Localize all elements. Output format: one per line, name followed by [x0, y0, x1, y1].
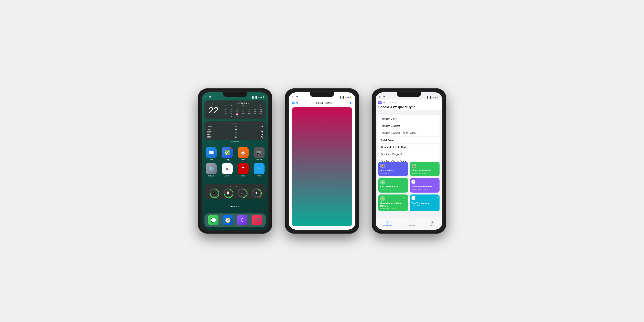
calendar-left: TUE 22 — [206, 102, 221, 118]
phone2-screen: 11:28 ▐▐▐ WiFi 🔋 Done #C60D54 , #0CAA97 … — [289, 92, 355, 230]
neato-icon-1: N — [412, 180, 416, 184]
slack-icon[interactable]: # — [222, 163, 233, 174]
weather-row-5: 8 PM🌤71° — [207, 136, 264, 138]
share-button[interactable]: ⬆ — [349, 101, 352, 105]
dock-music[interactable]: 🎵 — [252, 215, 262, 226]
sc-sub-show-deliveries: Show my deliveries — [412, 172, 438, 174]
weather-row-1: 12 PM🌤70° — [207, 125, 264, 128]
sc-menu-video[interactable]: ··· — [404, 180, 406, 182]
sc-menu-run-vacuum[interactable]: ··· — [436, 196, 438, 199]
shortcuts-grid: 📦 Add a delivery Add a delivery ··· 📦 Sh… — [378, 162, 440, 212]
wallpaper-random-gradient-tb[interactable]: Random Gradient (Top to Bottom) — [378, 130, 440, 136]
tab-my-shortcuts[interactable]: ⊞ My Shortcuts — [383, 220, 392, 226]
dock-podcasts[interactable]: 🎙 — [237, 215, 248, 226]
phones-container: 11:29 ▐▐▐▐ WiFi 🔋 TUE 22 — [198, 88, 446, 234]
time-1: 11:29 — [205, 96, 211, 98]
app-settings[interactable]: ⚙️ Settings — [204, 163, 218, 177]
wifi-icon: WiFi — [258, 96, 262, 98]
phone1-screen: 11:29 ▐▐▐▐ WiFi 🔋 TUE 22 — [202, 92, 268, 230]
phone3-screen: 11:28 ▐▐▐ WiFi 🔋 ⊞ WALLCREATOR — [376, 92, 442, 230]
phone-1: 11:29 ▐▐▐▐ WiFi 🔋 TUE 22 — [198, 88, 272, 234]
battery-icon-2: 🔋 — [350, 96, 352, 98]
widget-row: TUE 22 SEPTEMBER S M T W T — [204, 100, 266, 143]
signal-icon-2: ▐▐▐ — [340, 96, 344, 98]
phone2-nav: Done #C60D54 , #0CAA97 ⬆ — [289, 100, 355, 106]
batteries-widget[interactable]: Batteries 📱 — [204, 184, 266, 199]
app-things[interactable]: ✅ 5 Things — [220, 147, 234, 161]
notch-2 — [310, 92, 334, 97]
sc-menu-charge[interactable]: ··· — [404, 196, 406, 199]
tesla-icon[interactable]: T — [238, 163, 248, 174]
batteries-inner: 📱 ⌚ — [207, 188, 264, 197]
gradient-title: #C60D54 , #0CAA97 — [313, 102, 334, 104]
app-twitter[interactable]: 🐦 Twitter — [252, 163, 266, 177]
sc-menu-show-deliveries[interactable]: ··· — [436, 163, 438, 166]
sc-title-video: Full Screen Video — [380, 186, 406, 188]
wallpaper-gradient-diagonal[interactable]: Gradient - Diagonal — [378, 151, 440, 158]
mail-icon[interactable]: ✉️ — [206, 147, 217, 158]
wifi-icon-2: WiFi — [345, 96, 349, 98]
calendar-right: SEPTEMBER S M T W T F S 12345 — [222, 102, 264, 118]
wallpaper-solid-color[interactable]: Solid Color — [378, 136, 440, 144]
done-button[interactable]: Done — [292, 102, 299, 105]
app-slack[interactable]: # Slack — [220, 163, 234, 177]
wallpaper-list: Random Color Random Gradient Random Grad… — [378, 115, 440, 165]
app-name-row: ⊞ WALLCREATOR — [378, 101, 440, 104]
tab-gallery[interactable]: ◈ Gallery — [430, 220, 435, 226]
tab-automation-label: Automation — [407, 224, 415, 226]
calendar-widget[interactable]: TUE 22 SEPTEMBER S M T W T — [204, 100, 266, 120]
sc-icon-video: ▶ — [380, 180, 385, 184]
app-tesla[interactable]: T Tesla — [236, 163, 250, 177]
shortcut-show-deliveries[interactable]: 📦 Show my deliveries Show my deliveries … — [410, 162, 440, 176]
dock-safari[interactable]: 🧭 — [223, 215, 233, 226]
wallpaper-random-gradient[interactable]: Random Gradient — [378, 122, 440, 130]
shortcut-add-delivery[interactable]: 📦 Add a delivery Add a delivery ··· — [378, 162, 408, 176]
batteries-label: Batteries — [207, 186, 264, 188]
tab-shortcuts-label: My Shortcuts — [383, 224, 392, 226]
sc-menu-vacuum[interactable]: ··· — [436, 180, 438, 182]
phone-2: 11:28 ▐▐▐ WiFi 🔋 Done #C60D54 , #0CAA97 … — [285, 88, 359, 234]
battery-device4: ⌚ — [252, 188, 261, 197]
battery-icon: 🔋 — [262, 96, 265, 98]
calendar-month: SEPTEMBER — [222, 102, 264, 104]
app-home[interactable]: 🏠 Home — [236, 147, 250, 161]
settings-icon[interactable]: ⚙️ — [206, 163, 217, 174]
battery-device3: 🎧 — [238, 188, 247, 197]
sc-menu-delivery[interactable]: ··· — [404, 163, 406, 166]
battery-phone: 📱 — [210, 188, 218, 197]
twitter-icon[interactable]: 🐦 — [254, 163, 264, 174]
app-camera[interactable]: 📷 Camera — [252, 147, 266, 161]
dot-1 — [231, 206, 232, 207]
battery-icon-3: 🔋 — [436, 96, 439, 98]
shortcut-run-vacuum[interactable]: N ··· Run The Vacuum Start Clean... — [410, 194, 440, 212]
app-mail[interactable]: ✉️ Mail — [204, 147, 218, 161]
time-3: 11:28 — [379, 96, 385, 98]
dock-messages[interactable]: 💬 — [208, 215, 218, 226]
gradient-display — [292, 107, 352, 226]
tab-gallery-label: Gallery — [430, 224, 435, 226]
camera-icon[interactable]: 📷 — [254, 147, 264, 158]
tab-automation[interactable]: ⏱ Automation — [407, 220, 415, 226]
tab-bar: ⊞ My Shortcuts ⏱ Automation ◈ Gallery — [376, 218, 442, 230]
home-icon[interactable]: 🏠 — [238, 147, 248, 158]
shortcut-fullscreen-video[interactable]: ▶ Full Screen Video 2 actions ··· — [378, 178, 408, 192]
wallpaper-gradient-lr[interactable]: Gradient - Left to Right — [378, 144, 440, 151]
status-icons-1: ▐▐▐▐ WiFi 🔋 — [252, 96, 265, 98]
sc-title-vacuum: Send Vacuum Home — [412, 186, 438, 188]
things-icon[interactable]: ✅ 5 — [222, 147, 233, 158]
wallpaper-random-color[interactable]: Random Color — [378, 115, 440, 122]
tab-gallery-icon: ◈ — [431, 220, 434, 224]
gradient-preview — [292, 107, 352, 226]
notch-3 — [397, 92, 421, 97]
carrot-label: CARROT° — [207, 123, 264, 124]
sc-title-delivery: Add a delivery — [380, 169, 406, 172]
calendar-date: 22 — [206, 106, 221, 115]
sc-icon-show-deliveries: 📦 — [412, 164, 416, 168]
weather-widget[interactable]: CARROT° 12 PM🌤70° 2 PM☁️72° 4 PM🌤73° — [204, 121, 266, 140]
wallcreator-app-name: WALLCREATOR — [382, 102, 397, 104]
sc-icon-delivery: 📦 — [380, 164, 385, 168]
shortcut-send-vacuum[interactable]: N ··· Send Vacuum Home Send to base (Jun… — [410, 178, 440, 192]
shortcut-charge-port[interactable]: ⚡ Open charge port for Model 3 Opened ch… — [378, 194, 408, 212]
sc-title-charge: Open charge port for Model 3 — [380, 202, 406, 207]
sc-icon-charge: ⚡ — [380, 196, 385, 201]
